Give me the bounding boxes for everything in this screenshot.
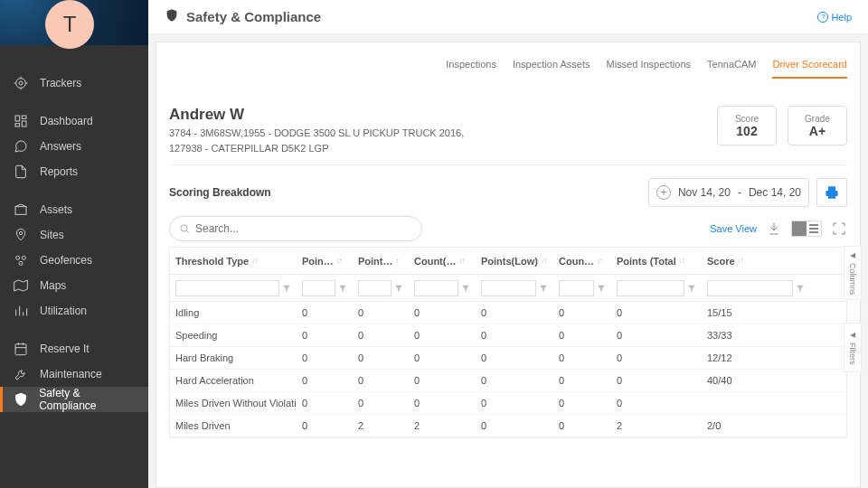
plus-icon[interactable]: + xyxy=(656,185,671,200)
avatar[interactable]: T xyxy=(45,0,94,49)
table-cell: 0 xyxy=(409,307,476,318)
tab-inspections[interactable]: Inspections xyxy=(446,53,496,79)
table-row[interactable]: Idling00000015/15 xyxy=(170,302,846,324)
tab-tennacam[interactable]: TennaCAM xyxy=(707,53,756,79)
print-button[interactable] xyxy=(816,178,847,207)
table-row[interactable]: Miles Driven0220022/0 xyxy=(170,415,846,437)
table-cell: 0 xyxy=(409,375,476,386)
sidebar-item-answers[interactable]: Answers xyxy=(0,134,148,159)
sidebar-item-label: Reports xyxy=(40,165,78,178)
filter-icon[interactable] xyxy=(282,284,291,293)
search-box[interactable] xyxy=(169,216,422,241)
filter-input[interactable] xyxy=(414,280,458,296)
table-header-row: Threshold Type↓↑ Poin…↓↑ Point…↑ Count(…… xyxy=(170,248,846,275)
col-points-total[interactable]: Points (Total↓↑ xyxy=(611,256,702,267)
pin-icon xyxy=(13,227,29,243)
sidebar-item-safety-compliance[interactable]: Safety & Compliance xyxy=(0,387,148,412)
sidebar-item-dashboard[interactable]: Dashboard xyxy=(0,108,148,134)
page-header: Safety & Compliance ? Help xyxy=(148,0,868,34)
download-button[interactable] xyxy=(766,221,782,237)
sidebar-item-sites[interactable]: Sites xyxy=(0,222,148,248)
filter-input[interactable] xyxy=(302,280,335,296)
sidebar-item-assets[interactable]: Assets xyxy=(0,197,148,222)
tab-missed-inspections[interactable]: Missed Inspections xyxy=(607,53,692,79)
table-cell: 0 xyxy=(297,375,353,386)
help-link[interactable]: ? Help xyxy=(817,12,852,23)
sort-icon: ↓↑ xyxy=(251,258,257,265)
tab-driver-scorecard[interactable]: Driver Scorecard xyxy=(772,53,847,79)
table-row[interactable]: Hard Braking00000012/12 xyxy=(170,347,846,370)
sidebar-item-label: Maintenance xyxy=(40,368,102,380)
search-input[interactable] xyxy=(195,222,412,235)
driver-assets: 3784 - 3M68SW,1955 - DODGE 3500 SL U PIC… xyxy=(169,126,706,155)
table-cell: Idling xyxy=(170,307,297,318)
filter-input[interactable] xyxy=(559,280,594,296)
sidebar-item-reserve-it[interactable]: Reserve It xyxy=(0,336,148,361)
table-cell: 2 xyxy=(353,420,409,431)
sidebar-item-utilization[interactable]: Utilization xyxy=(0,298,148,324)
map-icon xyxy=(13,277,29,294)
columns-panel-tab[interactable]: ◀Columns xyxy=(844,246,862,300)
table-cell: 0 xyxy=(409,330,476,341)
table-cell: 0 xyxy=(476,398,553,408)
view-toggle[interactable] xyxy=(791,221,822,237)
col-points1[interactable]: Poin…↓↑ xyxy=(297,256,353,267)
svg-marker-11 xyxy=(14,280,28,291)
table-cell: 0 xyxy=(476,352,553,363)
sidebar-item-geofences[interactable]: Geofences xyxy=(0,248,148,273)
sidebar-item-trackers[interactable]: Trackers xyxy=(0,70,148,96)
col-count2[interactable]: Coun…↓↑ xyxy=(553,256,611,267)
table-cell: 0 xyxy=(353,375,409,386)
fullscreen-button[interactable] xyxy=(831,221,847,237)
filter-input[interactable] xyxy=(175,280,279,296)
grid-view-icon[interactable] xyxy=(792,221,807,236)
table-row[interactable]: Miles Driven Without Violation000000 xyxy=(170,392,846,415)
col-score[interactable]: Score↓↑ xyxy=(702,256,810,267)
table-cell: 0 xyxy=(476,330,553,341)
col-points-low[interactable]: Points(Low)↓↑ xyxy=(476,256,553,267)
filter-input[interactable] xyxy=(481,280,536,296)
col-threshold-type[interactable]: Threshold Type↓↑ xyxy=(170,256,297,267)
sidebar-item-reports[interactable]: Reports xyxy=(0,159,148,184)
svg-point-0 xyxy=(16,79,26,89)
wrench-icon xyxy=(13,366,29,382)
filter-icon[interactable] xyxy=(597,284,606,293)
table-cell: 0 xyxy=(353,307,409,318)
list-view-icon[interactable] xyxy=(807,221,821,236)
table-row[interactable]: Hard Acceleration00000040/40 xyxy=(170,370,846,392)
table-cell: 0 xyxy=(353,352,409,363)
table-cell: 0 xyxy=(297,398,353,408)
col-points2[interactable]: Point…↑ xyxy=(353,256,409,267)
filter-icon[interactable] xyxy=(796,284,805,293)
svg-point-7 xyxy=(19,231,22,234)
table-row[interactable]: Speeding00000033/33 xyxy=(170,324,846,347)
sidebar-item-maintenance[interactable]: Maintenance xyxy=(0,361,148,387)
table-cell: 0 xyxy=(353,330,409,341)
filter-icon[interactable] xyxy=(539,284,548,293)
filter-icon[interactable] xyxy=(338,284,347,293)
sidebar-item-maps[interactable]: Maps xyxy=(0,273,148,298)
filter-icon[interactable] xyxy=(461,284,470,293)
filter-input[interactable] xyxy=(358,280,392,296)
tabs: Inspections Inspection Assets Missed Ins… xyxy=(169,53,847,79)
filter-icon[interactable] xyxy=(394,284,403,293)
sidebar: T Trackers Dashboard Answers Reports xyxy=(0,0,148,488)
sidebar-nav: Trackers Dashboard Answers Reports Asset… xyxy=(0,45,148,412)
filter-input[interactable] xyxy=(617,280,684,296)
filter-input[interactable] xyxy=(707,280,793,296)
filter-icon[interactable] xyxy=(687,284,696,293)
svg-point-1 xyxy=(19,81,23,85)
help-icon: ? xyxy=(817,12,828,23)
table-cell: 0 xyxy=(476,420,553,431)
date-range[interactable]: + Nov 14, 20 - Dec 14, 20 xyxy=(648,178,809,207)
tab-inspection-assets[interactable]: Inspection Assets xyxy=(513,53,590,79)
table-cell: 33/33 xyxy=(702,330,810,341)
filters-panel-tab[interactable]: ◀Filters xyxy=(844,323,862,372)
content-wrap: Inspections Inspection Assets Missed Ins… xyxy=(148,34,868,488)
table-cell: Hard Braking xyxy=(170,352,297,363)
print-icon xyxy=(825,185,839,200)
col-count1[interactable]: Count(…↓↑ xyxy=(409,256,476,267)
save-view-link[interactable]: Save View xyxy=(710,223,757,234)
driver-asset-line: 127938 - CATERPILLAR D5K2 LGP xyxy=(169,141,706,156)
table-filter-row xyxy=(170,275,846,302)
